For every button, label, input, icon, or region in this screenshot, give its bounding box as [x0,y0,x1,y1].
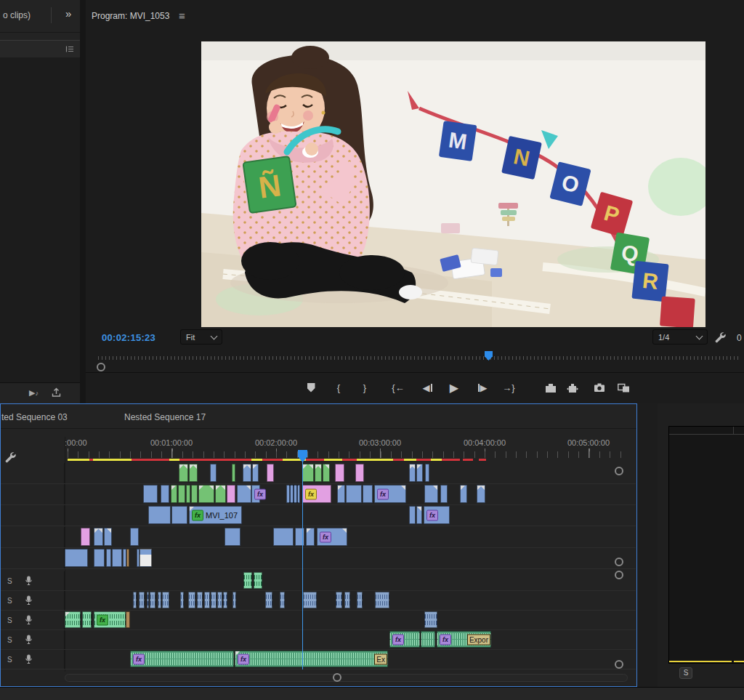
clip[interactable] [65,549,88,567]
extract-button[interactable] [565,379,581,395]
clip[interactable] [232,464,235,482]
scroll-handle[interactable] [97,363,105,371]
fx-badge[interactable]: fx [392,634,404,645]
play-audio-icon[interactable]: ▶♪ [29,388,39,398]
clip[interactable] [126,549,129,567]
lift-button[interactable] [543,379,559,395]
clip[interactable] [306,528,315,546]
clip[interactable]: fx [389,631,420,648]
solo-button[interactable]: S [7,577,12,585]
clip[interactable]: fxEx [235,651,388,667]
clip[interactable] [425,464,429,482]
microphone-icon[interactable] [25,595,33,606]
clip[interactable] [416,464,423,482]
scrollbar-handle[interactable] [615,660,623,669]
timeline-ruler[interactable] [65,451,631,458]
clip[interactable] [150,592,155,608]
clip[interactable] [171,506,187,524]
clip[interactable] [237,485,251,503]
clip[interactable] [243,572,252,589]
clip[interactable] [147,592,149,608]
clip[interactable] [94,549,105,567]
more-tabs-chevron-icon[interactable]: » [65,7,71,20]
clip[interactable]: fx [130,651,234,667]
clip[interactable] [104,528,112,546]
settings-wrench-icon[interactable] [713,331,726,343]
play-button[interactable]: ▶ [446,379,462,395]
clip[interactable] [225,528,240,546]
clip[interactable] [273,528,294,546]
export-icon[interactable] [51,387,62,398]
clip[interactable] [375,592,389,608]
clip[interactable] [303,592,317,608]
clip[interactable] [126,611,130,628]
fx-badge[interactable]: fx [192,510,203,520]
current-timecode[interactable]: 00:02:15:23 [102,332,155,343]
scrollbar-handle[interactable] [615,558,623,566]
clip[interactable] [409,464,416,482]
clip[interactable] [363,485,373,503]
step-forward-button[interactable]: ▶ [474,379,490,395]
clip[interactable] [186,485,190,503]
clip[interactable] [302,464,314,482]
clip[interactable] [210,464,217,482]
clip[interactable] [232,592,236,608]
clip[interactable] [211,592,217,608]
clip[interactable]: fxExpor [437,631,491,648]
solo-button[interactable]: S [7,656,12,664]
add-marker-button[interactable] [303,379,319,395]
mark-in-button[interactable]: { [331,379,347,395]
clip[interactable] [65,611,81,628]
clip[interactable] [336,592,342,608]
scrollbar-handle[interactable] [615,571,623,579]
clip[interactable] [227,485,235,503]
clip[interactable] [130,528,139,546]
panel-divider[interactable] [80,0,86,403]
fx-badge[interactable]: fx [254,488,266,499]
clip[interactable] [344,592,350,608]
clip[interactable]: fx [374,485,406,503]
clip[interactable] [409,506,416,524]
microphone-icon[interactable] [25,615,33,625]
clip[interactable]: fx [302,485,331,503]
clip[interactable] [188,592,195,608]
clip[interactable] [180,592,184,608]
clip[interactable] [158,592,161,608]
clip[interactable] [82,611,92,628]
clip[interactable] [421,631,435,648]
clip[interactable] [94,528,103,546]
clip[interactable] [139,592,145,608]
comparison-view-button[interactable] [615,379,631,395]
export-frame-button[interactable] [591,379,607,395]
clip[interactable] [346,485,362,503]
clip[interactable] [140,549,152,567]
clip[interactable] [424,485,438,503]
clip[interactable] [191,485,198,503]
clip[interactable] [112,549,122,567]
scrollbar-handle[interactable] [333,673,341,682]
clip[interactable]: fx [317,528,347,546]
clip[interactable] [252,464,259,482]
clip[interactable] [337,485,345,503]
tab-nested-sequence-17[interactable]: Nested Sequence 17 [124,412,206,422]
clip[interactable] [460,485,467,503]
clip[interactable] [323,464,330,482]
playback-resolution-dropdown[interactable]: 1/4 [652,329,708,345]
solo-button[interactable]: S [679,667,692,679]
clip[interactable] [178,485,185,503]
clip[interactable] [254,572,262,589]
clip[interactable] [81,528,90,546]
clip[interactable] [280,592,285,608]
clip[interactable] [335,464,344,482]
mark-out-button[interactable]: } [357,379,373,395]
clip[interactable] [189,464,198,482]
clip[interactable] [267,464,274,482]
panel-options-icon[interactable] [65,45,74,53]
clip[interactable] [198,485,214,503]
clip[interactable] [286,485,300,503]
step-back-button[interactable]: ◀ [419,379,435,395]
clip[interactable] [162,592,169,608]
clip[interactable] [357,592,363,608]
scrollbar-handle[interactable] [615,467,623,475]
clip[interactable] [243,464,251,482]
